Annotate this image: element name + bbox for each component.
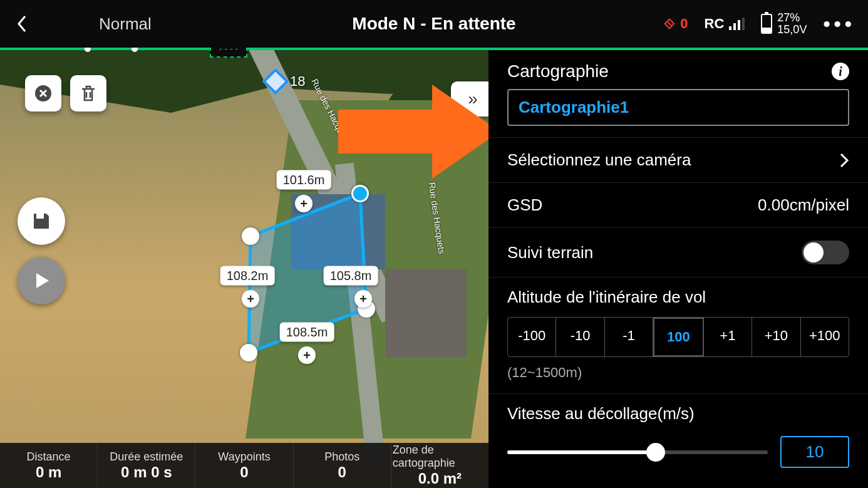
survey-polygon[interactable]: 101.6m + 108.2m + 105.8m + 108.5m + [241,185,374,349]
stat-label: Photos [324,450,359,464]
stat-distance: Distance 0 m [0,443,98,488]
battery-percent: 27% [777,12,807,24]
mission-timeline[interactable]: - - - - [0,48,868,50]
altitude-minus-1[interactable]: -1 [605,318,653,356]
status-right: 0 RC 27% 15,0V ••• [663,12,855,36]
section-label: Vitesse au décollage(m/s) [507,404,849,423]
edge-length-label: 108.5m [280,323,334,342]
chevron-left-icon [16,14,28,33]
altitude-section: Altitude de l'itinéraire de vol -100 -10… [488,277,868,393]
row-label: GSD [507,195,542,215]
back-button[interactable] [13,14,31,33]
delete-button[interactable] [70,75,106,112]
satellite-icon [663,17,676,31]
edge-length-label: 105.8m [324,266,378,286]
takeoff-speed-section: Vitesse au décollage(m/s) 10 [488,393,868,487]
section-label: Altitude de l'itinéraire de vol [507,288,849,307]
stat-value: 0 [240,464,248,481]
altitude-minus-100[interactable]: -100 [508,318,556,356]
annotation-arrow [338,81,501,182]
stat-waypoints: Waypoints 0 [195,443,293,488]
stat-duration: Durée estimée 0 m 0 s [98,443,195,488]
terrain-follow-row: Suivi terrain [488,227,868,277]
stat-label: Waypoints [218,450,270,464]
satellite-status[interactable]: 0 [663,16,688,32]
stat-value: 0 [338,464,346,481]
save-button[interactable] [18,197,65,245]
satellite-count: 0 [680,16,688,32]
battery-status[interactable]: 27% 15,0V [761,12,807,36]
polygon-vertex-handle[interactable] [242,227,259,245]
terrain-follow-toggle[interactable] [802,241,849,264]
polygon-vertex-handle[interactable] [240,344,257,361]
start-mission-button[interactable] [18,257,65,304]
gsd-row: GSD 0.00cm/pixel [488,182,868,227]
rc-label: RC [705,16,725,32]
row-label: Suivi terrain [507,243,593,262]
altitude-value[interactable]: 100 [653,318,703,356]
waypoint-marker[interactable]: 18 [266,72,305,91]
stat-label: Distance [27,450,71,464]
row-label: Sélectionnez une caméra [507,150,691,170]
battery-icon [761,14,772,34]
svg-marker-3 [338,85,500,179]
mission-stats-bar: Distance 0 m Durée estimée 0 m 0 s Waypo… [0,443,488,488]
stat-value: 0.0 m² [418,470,462,487]
altitude-plus-1[interactable]: +1 [704,318,752,356]
mission-name-input[interactable] [507,89,849,126]
panel-title: Cartographie [507,61,609,81]
waypoint-number: 18 [290,73,305,90]
altitude-plus-100[interactable]: +100 [801,318,849,356]
edge-length-label: 108.2m [220,266,275,286]
add-vertex-button[interactable]: + [295,195,313,212]
save-icon [31,210,52,232]
polygon-vertex-handle[interactable] [351,185,369,202]
altitude-range-hint: (12~1500m) [507,365,849,381]
add-vertex-button[interactable]: + [298,346,316,364]
info-button[interactable]: i [832,63,849,80]
signal-bars-icon [729,18,745,30]
panel-header: Cartographie i [488,50,868,89]
waypoint-diamond-icon [262,68,289,95]
stat-value: 0 m 0 s [121,464,172,481]
top-bar: Normal Mode N - En attente 0 RC 27% 15,0… [0,0,868,48]
gsd-value: 0.00cm/pixel [758,195,849,215]
more-menu-button[interactable]: ••• [823,13,855,36]
chevron-right-icon [839,152,849,169]
takeoff-speed-value[interactable]: 10 [780,436,849,468]
add-vertex-button[interactable]: + [354,290,372,308]
cancel-button[interactable] [25,75,61,112]
svg-marker-2 [36,273,49,288]
add-vertex-button[interactable]: + [242,290,259,308]
trash-icon [80,84,97,103]
map-building [385,269,467,357]
edge-length-label: 101.6m [277,170,331,190]
stat-label: Durée estimée [110,450,183,464]
stat-label: Zone de cartographie [393,444,487,470]
stat-value: 0 m [36,464,61,481]
mission-name-field[interactable] [507,89,849,126]
settings-panel[interactable]: Cartographie i Sélectionnez une caméra G… [488,50,868,488]
camera-select-row[interactable]: Sélectionnez une caméra [488,137,868,182]
close-icon [34,84,53,103]
stat-area: Zone de cartographie 0.0 m² [391,443,488,488]
play-icon [33,271,50,290]
takeoff-speed-slider[interactable] [507,450,768,454]
altitude-plus-10[interactable]: +10 [752,318,800,356]
stat-photos: Photos 0 [294,443,391,488]
flight-mode-pill[interactable]: Normal [75,11,175,38]
rc-signal[interactable]: RC [705,16,745,32]
altitude-minus-10[interactable]: -10 [556,318,604,356]
altitude-stepper: -100 -10 -1 100 +1 +10 +100 [507,317,849,357]
battery-voltage: 15,0V [777,24,807,36]
